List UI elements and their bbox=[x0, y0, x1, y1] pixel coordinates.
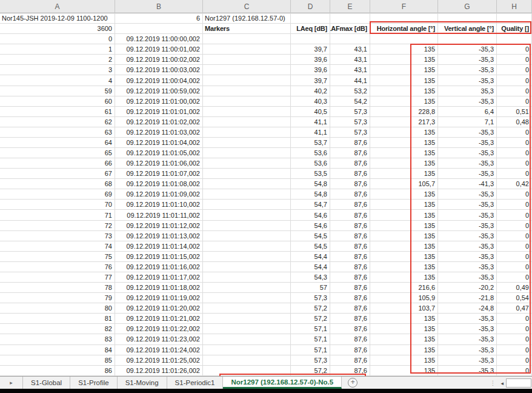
cell-c5[interactable] bbox=[203, 55, 291, 64]
cell-b22[interactable]: 09.12.2019 11:01:13,002 bbox=[115, 231, 203, 241]
sheet-tab-s1-global[interactable]: S1-Global bbox=[23, 377, 70, 389]
cell-f26[interactable]: 135 bbox=[370, 272, 438, 282]
cell-f30[interactable]: 135 bbox=[370, 314, 438, 323]
cell-c24[interactable] bbox=[203, 252, 291, 261]
cell-e31[interactable]: 87,6 bbox=[330, 324, 370, 334]
cell-b23[interactable]: 09.12.2019 11:01:14,002 bbox=[115, 241, 203, 251]
cell-h2[interactable]: Quality [] bbox=[497, 24, 532, 33]
cell-a2[interactable]: 3600 bbox=[0, 24, 115, 33]
cell-c10[interactable] bbox=[203, 107, 291, 116]
cell-e17[interactable]: 87,6 bbox=[330, 179, 370, 189]
cell-b4[interactable]: 09.12.2019 11:00:01,002 bbox=[115, 44, 203, 54]
cell-e32[interactable]: 87,6 bbox=[330, 334, 370, 344]
cell-f1[interactable] bbox=[370, 13, 438, 23]
cell-e28[interactable]: 87,6 bbox=[330, 293, 370, 303]
cell-e18[interactable]: 87,6 bbox=[330, 189, 370, 199]
cell-a29[interactable]: 80 bbox=[0, 303, 115, 313]
cell-f14[interactable]: 135 bbox=[370, 148, 438, 158]
cell-e15[interactable]: 87,6 bbox=[330, 158, 370, 168]
cell-d4[interactable]: 39,7 bbox=[291, 44, 330, 54]
cell-e7[interactable]: 44,1 bbox=[330, 75, 370, 85]
cell-c32[interactable] bbox=[203, 334, 291, 344]
cell-d22[interactable]: 54,5 bbox=[291, 231, 330, 241]
cell-e26[interactable]: 87,6 bbox=[330, 272, 370, 282]
cell-f35[interactable]: 135 bbox=[370, 366, 438, 375]
cell-f29[interactable]: 103,7 bbox=[370, 303, 438, 313]
cell-f6[interactable]: 135 bbox=[370, 65, 438, 75]
cell-h9[interactable]: 0 bbox=[497, 96, 532, 106]
cell-f2[interactable]: Horizontal angle [°] bbox=[370, 24, 438, 33]
cell-h33[interactable]: 0 bbox=[497, 345, 532, 355]
cell-g19[interactable]: -35,3 bbox=[438, 200, 497, 209]
cell-e35[interactable]: 87,6 bbox=[330, 366, 370, 375]
cell-c31[interactable] bbox=[203, 324, 291, 334]
cell-a23[interactable]: 74 bbox=[0, 241, 115, 251]
cell-a14[interactable]: 65 bbox=[0, 148, 115, 158]
cell-d12[interactable]: 41,1 bbox=[291, 127, 330, 137]
cell-g32[interactable]: -35,3 bbox=[438, 334, 497, 344]
cell-b35[interactable]: 09.12.2019 11:01:26,002 bbox=[115, 366, 203, 375]
cell-d3[interactable] bbox=[291, 34, 330, 44]
cell-d26[interactable]: 54,3 bbox=[291, 272, 330, 282]
cell-e10[interactable]: 57,3 bbox=[330, 107, 370, 116]
column-header-d[interactable]: D bbox=[291, 0, 330, 13]
cell-a27[interactable]: 78 bbox=[0, 283, 115, 292]
cell-h5[interactable]: 0 bbox=[497, 55, 532, 64]
cell-d32[interactable]: 57,1 bbox=[291, 334, 330, 344]
cell-a28[interactable]: 79 bbox=[0, 293, 115, 303]
cell-f17[interactable]: 105,7 bbox=[370, 179, 438, 189]
cell-b16[interactable]: 09.12.2019 11:01:07,002 bbox=[115, 169, 203, 178]
cell-e12[interactable]: 57,3 bbox=[330, 127, 370, 137]
cell-f9[interactable]: 135 bbox=[370, 96, 438, 106]
cell-g28[interactable]: -21,8 bbox=[438, 293, 497, 303]
cell-c3[interactable] bbox=[203, 34, 291, 44]
cell-a11[interactable]: 62 bbox=[0, 117, 115, 127]
cell-c12[interactable] bbox=[203, 127, 291, 137]
cell-f32[interactable]: 135 bbox=[370, 334, 438, 344]
cell-b5[interactable]: 09.12.2019 11:00:02,002 bbox=[115, 55, 203, 64]
cell-g20[interactable]: -35,3 bbox=[438, 210, 497, 220]
cell-e30[interactable]: 87,6 bbox=[330, 314, 370, 323]
cell-g13[interactable]: -35,3 bbox=[438, 138, 497, 147]
cell-b7[interactable]: 09.12.2019 11:00:04,002 bbox=[115, 75, 203, 85]
cell-h32[interactable]: 0 bbox=[497, 334, 532, 344]
tab-splitter-handle-icon[interactable]: ⋮ bbox=[490, 380, 496, 386]
cell-f22[interactable]: 135 bbox=[370, 231, 438, 241]
cell-c29[interactable] bbox=[203, 303, 291, 313]
cell-g29[interactable]: -24,8 bbox=[438, 303, 497, 313]
cell-e25[interactable]: 87,6 bbox=[330, 262, 370, 272]
cell-g14[interactable]: -35,3 bbox=[438, 148, 497, 158]
cell-h19[interactable]: 0 bbox=[497, 200, 532, 209]
cell-e34[interactable]: 87,6 bbox=[330, 355, 370, 365]
sheet-tab-s1-periodic1[interactable]: S1-Periodic1 bbox=[167, 377, 224, 389]
cell-c16[interactable] bbox=[203, 169, 291, 178]
cell-d25[interactable]: 54,4 bbox=[291, 262, 330, 272]
cell-h6[interactable]: 0 bbox=[497, 65, 532, 75]
cell-b15[interactable]: 09.12.2019 11:01:06,002 bbox=[115, 158, 203, 168]
cell-a19[interactable]: 70 bbox=[0, 200, 115, 209]
cell-b2[interactable] bbox=[115, 24, 203, 33]
cell-d5[interactable]: 39,6 bbox=[291, 55, 330, 64]
cell-d10[interactable]: 40,5 bbox=[291, 107, 330, 116]
cell-d18[interactable]: 54,8 bbox=[291, 189, 330, 199]
cell-h34[interactable]: 0 bbox=[497, 355, 532, 365]
cell-g3[interactable] bbox=[438, 34, 497, 44]
cell-c1[interactable]: Nor1297 (192.168.12.57-0) bbox=[203, 13, 291, 23]
cell-d14[interactable]: 53,6 bbox=[291, 148, 330, 158]
cell-a32[interactable]: 83 bbox=[0, 334, 115, 344]
cell-c23[interactable] bbox=[203, 241, 291, 251]
cell-d19[interactable]: 54,7 bbox=[291, 200, 330, 209]
cell-d15[interactable]: 53,6 bbox=[291, 158, 330, 168]
cell-g10[interactable]: 6,4 bbox=[438, 107, 497, 116]
add-sheet-icon[interactable]: + bbox=[348, 378, 357, 388]
column-header-a[interactable]: A bbox=[0, 0, 115, 13]
sheet-tab-s1-profile[interactable]: S1-Profile bbox=[70, 377, 118, 389]
cell-g1[interactable] bbox=[438, 13, 497, 23]
cell-d11[interactable]: 41,1 bbox=[291, 117, 330, 127]
cell-g18[interactable]: -35,3 bbox=[438, 189, 497, 199]
cell-e6[interactable]: 43,1 bbox=[330, 65, 370, 75]
cell-d7[interactable]: 39,7 bbox=[291, 75, 330, 85]
cell-h29[interactable]: 0,47 bbox=[497, 303, 532, 313]
cell-b27[interactable]: 09.12.2019 11:01:18,002 bbox=[115, 283, 203, 292]
cell-b17[interactable]: 09.12.2019 11:01:08,002 bbox=[115, 179, 203, 189]
